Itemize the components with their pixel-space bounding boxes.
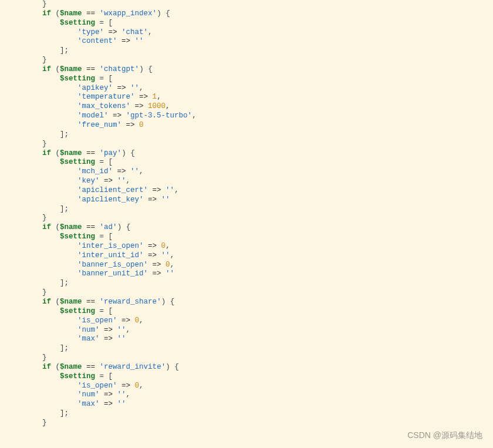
code-block: } if ($name == 'wxapp_index') { $setting… — [0, 0, 493, 428]
watermark-text: CSDN @源码集结地 — [407, 430, 482, 441]
